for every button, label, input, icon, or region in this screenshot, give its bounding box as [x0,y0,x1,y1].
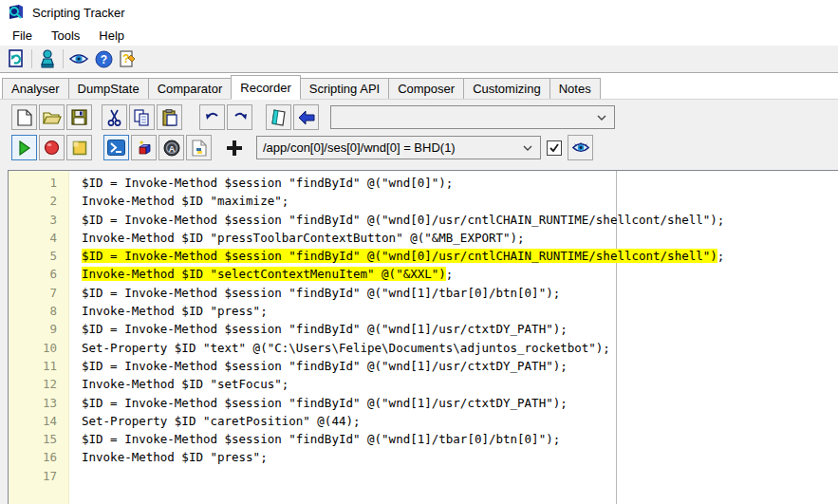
script-combo[interactable] [330,105,615,129]
app-icon [8,5,25,20]
save-file-icon [71,109,87,125]
highlighted-text: $ID = Invoke-Method $session "findById" … [82,249,717,263]
line-text: $ID = Invoke-Method $session "findById" … [69,284,560,302]
line-number: 9 [9,320,69,338]
play-icon [18,140,31,156]
toolbar-separator [63,49,64,68]
redo-icon [232,111,249,124]
line-number: 7 [9,284,69,302]
tab-recorder[interactable]: Recorder [231,75,300,100]
stop-button[interactable] [66,135,92,160]
tab-scripting-api[interactable]: Scripting API [300,78,389,99]
line-text: $ID = Invoke-Method $session "findById" … [69,394,568,412]
checkmark-icon [549,142,560,154]
tab-notes[interactable]: Notes [549,78,601,99]
code-line[interactable]: 16Invoke-Method $ID "press"; [9,448,838,466]
line-number: 17 [9,467,69,485]
copy-button[interactable] [129,104,155,130]
menu-tools[interactable]: Tools [42,27,89,45]
code-line[interactable]: 8Invoke-Method $ID "press"; [9,302,838,320]
menu-help[interactable]: Help [89,27,134,45]
refresh-script-button[interactable] [4,47,28,70]
line-number: 13 [9,394,69,412]
save-file-button[interactable] [66,104,92,130]
copy-icon [134,109,150,126]
session-icon [40,49,55,68]
notes-button[interactable] [266,104,291,130]
code-line[interactable]: 9$ID = Invoke-Method $session "findById"… [9,320,838,338]
autoit-button[interactable]: A [158,135,184,160]
tab-dumpstate[interactable]: DumpState [68,78,149,99]
tab-analyser[interactable]: Analyser [2,78,69,99]
code-line[interactable]: 10Set-Property $ID "text" @("C:\Users\Fe… [9,339,838,357]
code-line[interactable]: 4Invoke-Method $ID "pressToolbarContextB… [9,229,838,247]
help-button[interactable]: ? [91,47,116,70]
line-number: 6 [9,265,69,283]
line-number: 14 [9,412,69,430]
code-line[interactable]: 2Invoke-Method $ID "maximize"; [9,192,838,210]
line-text [69,467,82,485]
refresh-script-icon [7,49,26,68]
script-editor[interactable]: 1$ID = Invoke-Method $session "findById"… [8,170,838,504]
code-line[interactable]: 15$ID = Invoke-Method $session "findById… [9,430,838,448]
watch-eye-icon [571,140,590,155]
cut-button[interactable] [102,104,127,130]
line-number: 2 [9,192,69,210]
code-line[interactable]: 3$ID = Invoke-Method $session "findById"… [9,211,838,229]
code-line[interactable]: 6Invoke-Method $ID "selectContextMenuIte… [9,265,838,283]
run-toolbar: ✦ A [11,135,595,160]
record-button[interactable] [39,135,65,160]
session-button[interactable] [35,47,60,70]
target-combo[interactable]: /app/con[0]/ses[0]/wnd[0] = BHD(1) [256,136,541,159]
vb-cube-button[interactable]: ✦ [131,135,157,160]
context-help-button[interactable]: ? [116,47,140,70]
watch-button[interactable] [66,47,91,70]
target-combo-value: /app/con[0]/ses[0]/wnd[0] = BHD(1) [263,140,521,155]
tab-customizing[interactable]: Customizing [463,78,550,99]
menu-file[interactable]: File [3,27,42,45]
code-line[interactable]: 17 [9,467,838,485]
line-number: 5 [9,247,69,265]
redo-button[interactable] [227,104,252,130]
line-number: 3 [9,211,69,229]
python-script-button[interactable] [186,135,212,160]
title-bar: Scripting Tracker [0,0,838,25]
autoit-icon: A [163,140,180,157]
line-text: Invoke-Method $ID "press"; [69,302,268,320]
code-line[interactable]: 14Set-Property $ID "caretPosition" @(44)… [9,412,838,430]
notes-icon [270,109,287,126]
code-line[interactable]: 7$ID = Invoke-Method $session "findById"… [9,284,838,302]
recorder-page: ✦ A [0,99,838,504]
code-line[interactable]: 13$ID = Invoke-Method $session "findById… [9,394,838,412]
code-line[interactable]: 1$ID = Invoke-Method $session "findById"… [9,174,838,192]
undo-button[interactable] [199,104,225,130]
svg-text:A: A [168,143,175,153]
line-number: 11 [9,357,69,375]
line-text: $ID = Invoke-Method $session "findById" … [69,320,568,338]
new-file-button[interactable] [11,104,37,130]
line-number: 12 [9,375,69,393]
undo-icon [204,111,221,124]
tab-composer[interactable]: Composer [388,78,464,99]
line-text: $ID = Invoke-Method $session "findById" … [69,430,560,448]
code-line[interactable]: 12Invoke-Method $ID "setFocus"; [9,375,838,393]
powershell-button[interactable] [103,135,129,160]
import-button[interactable] [293,104,319,130]
open-file-icon [43,110,62,125]
open-file-button[interactable] [39,104,65,130]
watch-target-button[interactable] [568,135,593,160]
line-number: 10 [9,339,69,357]
line-text: $ID = Invoke-Method $session "findById" … [69,211,724,229]
add-button[interactable] [221,135,247,160]
play-button[interactable] [11,135,37,160]
tab-comparator[interactable]: Comparator [148,78,233,99]
target-checkbox[interactable] [547,140,562,156]
line-number: 1 [9,174,69,192]
code-lines: 1$ID = Invoke-Method $session "findById"… [9,174,838,485]
code-line[interactable]: 5$ID = Invoke-Method $session "findById"… [9,247,838,265]
code-line[interactable]: 11$ID = Invoke-Method $session "findById… [9,357,838,375]
cut-icon [107,109,121,126]
svg-text:?: ? [100,52,106,65]
line-text: Set-Property $ID "text" @("C:\Users\Feli… [69,339,610,357]
paste-button[interactable] [157,104,182,130]
